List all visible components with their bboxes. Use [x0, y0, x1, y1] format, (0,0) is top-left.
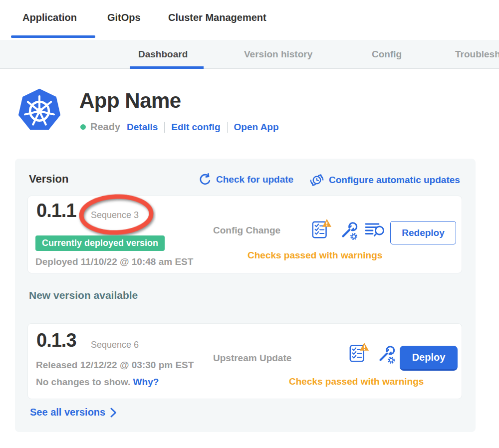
active-nav-underline: [11, 35, 95, 38]
see-all-versions-label: See all versions: [30, 407, 105, 418]
version-action-icons: [348, 342, 396, 365]
deployed-timestamp: Deployed 11/10/22 @ 10:48 am EST: [35, 256, 193, 267]
no-changes-row: No changes to show. Why?: [36, 377, 159, 388]
why-link[interactable]: Why?: [133, 377, 159, 387]
clock-sync-icon: [309, 173, 324, 188]
checks-status-text: Checks passed with warnings: [248, 250, 382, 261]
nav-item-gitops[interactable]: GitOps: [107, 12, 141, 23]
status-dot: [80, 124, 86, 130]
new-version-card: 0.1.3 Sequence 6 Released 12/12/22 @ 03:…: [27, 323, 462, 399]
tab-config[interactable]: Config: [372, 49, 402, 60]
version-panel-title: Version: [29, 173, 68, 186]
released-timestamp: Released 12/12/22 @ 03:30 pm EST: [36, 360, 194, 371]
currently-deployed-badge: Currently deployed version: [35, 235, 165, 251]
new-version-heading: New version available: [29, 289, 138, 301]
page-title: App Name: [79, 89, 181, 113]
view-files-icon[interactable]: [365, 222, 386, 239]
no-changes-text: No changes to show.: [36, 377, 130, 387]
current-sequence-label: Sequence 3: [91, 210, 139, 221]
config-wrench-icon[interactable]: [338, 221, 358, 241]
preflight-checks-icon[interactable]: [311, 218, 332, 240]
change-type-label: Config Change: [213, 225, 280, 236]
version-panel: Version Check for update Configure autom…: [15, 159, 476, 432]
app-status-row: Ready Details Edit config Open App: [80, 121, 279, 133]
edit-config-link[interactable]: Edit config: [171, 122, 220, 133]
nav-item-cluster-management[interactable]: Cluster Management: [168, 12, 266, 23]
chevron-right-icon: [110, 408, 117, 418]
preflight-checks-icon[interactable]: [348, 342, 369, 364]
version-action-icons: [311, 218, 386, 241]
current-version-card: 0.1.1 Sequence 3 Currently deployed vers…: [27, 196, 462, 273]
top-navigation: Application GitOps Cluster Management: [0, 0, 499, 40]
configure-automatic-updates-label: Configure automatic updates: [329, 175, 460, 186]
redeploy-button[interactable]: Redeploy: [390, 221, 456, 244]
checks-status-text: Checks passed with warnings: [289, 376, 424, 387]
refresh-icon: [199, 173, 212, 186]
kubernetes-logo-icon: [17, 87, 62, 134]
active-tab-underline: [130, 66, 204, 69]
status-label: Ready: [90, 121, 120, 133]
deploy-button[interactable]: Deploy: [400, 346, 458, 371]
change-type-label: Upstream Update: [213, 353, 291, 364]
new-sequence-label: Sequence 6: [91, 340, 139, 350]
open-app-link[interactable]: Open App: [234, 122, 279, 133]
tab-troubleshoot[interactable]: Troubleshoot: [455, 49, 499, 60]
see-all-versions-link[interactable]: See all versions: [30, 407, 117, 418]
tab-version-history[interactable]: Version history: [244, 49, 312, 60]
configure-automatic-updates-link[interactable]: Configure automatic updates: [309, 173, 460, 188]
app-tab-bar: Dashboard Version history Config Trouble…: [0, 40, 499, 69]
divider: [227, 122, 228, 133]
tab-dashboard[interactable]: Dashboard: [138, 49, 188, 60]
divider: [164, 122, 165, 133]
nav-item-application[interactable]: Application: [22, 12, 77, 23]
current-version-number: 0.1.1: [36, 200, 76, 222]
new-version-number: 0.1.3: [36, 330, 76, 351]
config-wrench-icon[interactable]: [376, 344, 396, 365]
details-link[interactable]: Details: [127, 122, 158, 133]
check-for-update-label: Check for update: [216, 174, 293, 185]
check-for-update-link[interactable]: Check for update: [199, 173, 293, 186]
